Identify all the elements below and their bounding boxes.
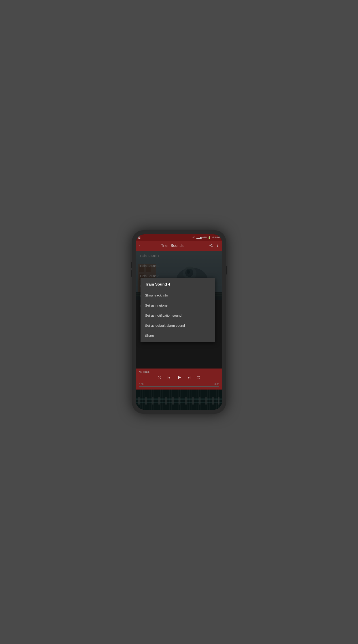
progress-bar[interactable] xyxy=(139,386,219,387)
svg-rect-20 xyxy=(136,402,222,403)
battery-percent: 63% xyxy=(202,236,207,239)
app-title: Train Sounds xyxy=(145,244,200,248)
shuffle-button[interactable] xyxy=(158,376,162,381)
share-button[interactable] xyxy=(209,243,213,248)
signal-type: 4G xyxy=(192,236,195,239)
bottom-image xyxy=(136,390,222,410)
set-notification-item[interactable]: Set as notification sound xyxy=(141,310,215,320)
svg-rect-26 xyxy=(172,397,174,404)
svg-rect-18 xyxy=(136,390,222,410)
svg-rect-19 xyxy=(136,398,222,400)
player-bar: No Track xyxy=(136,368,222,390)
svg-rect-27 xyxy=(179,397,180,404)
app-bar-actions xyxy=(209,243,220,248)
power-button[interactable] xyxy=(226,266,227,274)
prev-button[interactable] xyxy=(166,375,171,381)
content-area: Train Sound 1 Train Sound 2 Train Sound … xyxy=(136,251,222,368)
signal-bars: ▂▄▆ xyxy=(196,236,202,239)
time-total: 0:00 xyxy=(215,383,219,386)
status-bar: 🖼 4G ▂▄▆ 63% 🔋 3:55 PM xyxy=(136,234,222,240)
player-time: 0:00 0:00 xyxy=(139,383,219,386)
svg-rect-22 xyxy=(145,397,147,404)
battery-icon: 🔋 xyxy=(208,236,211,239)
phone-device: 🖼 4G ▂▄▆ 63% 🔋 3:55 PM ← Train Sounds xyxy=(132,230,226,414)
svg-rect-32 xyxy=(212,397,214,404)
svg-rect-24 xyxy=(158,397,160,404)
set-alarm-item[interactable]: Set as default alarm sound xyxy=(141,320,215,330)
status-right: 4G ▂▄▆ 63% 🔋 3:55 PM xyxy=(192,236,220,239)
back-button[interactable]: ← xyxy=(138,244,142,248)
svg-rect-23 xyxy=(152,397,154,404)
player-track-name: No Track xyxy=(139,370,219,374)
app-bar: ← Train Sounds xyxy=(136,240,222,251)
set-ringtone-item[interactable]: Set as ringtone xyxy=(141,300,215,310)
show-track-info-item[interactable]: Show track info xyxy=(141,290,215,300)
time-current: 0:00 xyxy=(139,383,143,386)
volume-up-button[interactable] xyxy=(131,262,132,268)
svg-rect-33 xyxy=(218,397,219,404)
phone-screen: 🖼 4G ▂▄▆ 63% 🔋 3:55 PM ← Train Sounds xyxy=(136,234,222,410)
player-controls xyxy=(139,374,219,382)
notification-icon: 🖼 xyxy=(138,236,141,239)
svg-rect-30 xyxy=(199,397,200,404)
share-item[interactable]: Share xyxy=(141,330,215,340)
svg-point-1 xyxy=(217,245,218,246)
more-options-button[interactable] xyxy=(216,243,220,248)
play-button[interactable] xyxy=(176,374,182,382)
svg-point-0 xyxy=(217,244,218,244)
svg-rect-31 xyxy=(205,397,207,404)
context-menu: Train Sound 4 Show track info Set as rin… xyxy=(141,278,215,342)
next-button[interactable] xyxy=(187,375,192,381)
svg-rect-25 xyxy=(165,397,167,404)
svg-rect-28 xyxy=(185,397,187,404)
repeat-button[interactable] xyxy=(196,376,200,381)
svg-rect-21 xyxy=(138,397,140,404)
clock: 3:55 PM xyxy=(211,236,220,239)
status-left: 🖼 xyxy=(138,236,141,239)
svg-rect-29 xyxy=(192,397,194,404)
volume-down-button[interactable] xyxy=(131,270,132,277)
context-menu-title: Train Sound 4 xyxy=(141,281,215,290)
svg-point-2 xyxy=(217,246,218,247)
